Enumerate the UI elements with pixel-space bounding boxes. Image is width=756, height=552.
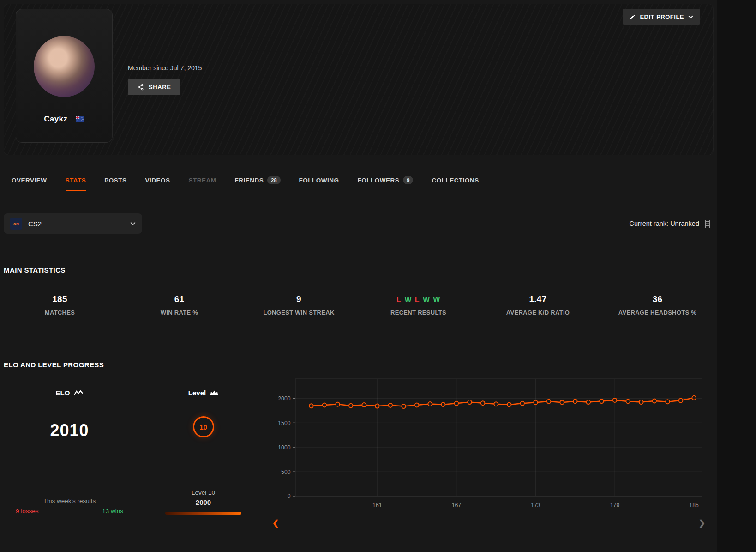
tab-label: STATS (66, 177, 86, 184)
australia-flag-icon (76, 116, 84, 122)
game-selector-value: CS2 (28, 220, 42, 228)
svg-text:179: 179 (610, 502, 620, 509)
tab-label: STREAM (189, 177, 216, 184)
tab-following[interactable]: FOLLOWING (299, 169, 339, 191)
tab-label: OVERVIEW (12, 177, 47, 184)
stat-label: MATCHES (0, 309, 120, 316)
tab-label: COLLECTIONS (432, 177, 479, 184)
elo-title: ELO (56, 389, 84, 397)
share-button[interactable]: SHARE (128, 79, 180, 95)
svg-text:173: 173 (531, 502, 540, 509)
chevron-down-icon (688, 15, 693, 18)
tab-label: VIDEOS (145, 177, 170, 184)
tab-videos[interactable]: VIDEOS (145, 169, 170, 191)
level-text: Level 10 (192, 489, 215, 496)
game-selector[interactable]: cs CS2 (4, 213, 142, 234)
tab-label: FRIENDS (235, 177, 264, 184)
level-meta: Level 10 2000 (165, 489, 241, 515)
svg-text:2000: 2000 (278, 395, 290, 402)
elo-content: ELO 2010 This week's results 9 losses 13… (0, 375, 717, 528)
tab-followers[interactable]: FOLLOWERS9 (358, 169, 414, 191)
losses-count: 9 losses (16, 508, 39, 515)
tab-badge: 28 (267, 176, 280, 184)
stat-value: 185 (0, 294, 120, 304)
wins-count: 13 wins (102, 508, 123, 515)
chevron-left-icon[interactable]: ❮ (272, 518, 279, 528)
main-statistics-title: MAIN STATISTICS (0, 266, 717, 274)
current-rank: Current rank: Unranked (629, 219, 714, 228)
stat-recent-results: LWLWW (359, 294, 478, 304)
stat-value: 9 (239, 294, 359, 304)
stats-grid: 185MATCHES61WIN RATE %9LONGEST WIN STREA… (0, 294, 717, 316)
level-block: Level 10 Level 10 2000 (135, 375, 271, 515)
stat-label: WIN RATE % (120, 309, 239, 316)
tab-stats[interactable]: STATS (66, 169, 86, 191)
profile-page: Caykz_ Member since Jul 7, 2015 SHARE (0, 0, 756, 552)
edit-profile-button[interactable]: EDIT PROFILE (623, 9, 700, 25)
member-since: Member since Jul 7, 2015 (128, 64, 202, 72)
share-label: SHARE (149, 84, 171, 91)
week-results: This week's results 9 losses 13 wins (4, 497, 135, 515)
tab-badge: 9 (403, 176, 413, 184)
stat-item: 1.47AVERAGE K/D RATIO (478, 294, 598, 316)
stat-value: 1.47 (478, 294, 598, 304)
edit-profile-label: EDIT PROFILE (640, 13, 684, 20)
week-results-label: This week's results (4, 497, 135, 504)
cs2-game-icon: cs (10, 218, 22, 230)
avatar[interactable] (34, 36, 95, 97)
svg-text:185: 185 (689, 502, 699, 509)
filter-row: cs CS2 Current rank: Unranked (0, 213, 717, 234)
elo-chart-block: 0500100015002000161167173179185 ❮ ❯ (271, 375, 717, 528)
result-loss: L (396, 296, 401, 303)
current-rank-label: Current rank: Unranked (629, 220, 699, 227)
stat-item: 61WIN RATE % (120, 294, 239, 316)
stat-item: 185MATCHES (0, 294, 120, 316)
svg-text:500: 500 (281, 468, 291, 475)
chevron-right-icon[interactable]: ❯ (699, 518, 705, 528)
elo-block: ELO 2010 This week's results 9 losses 13… (4, 375, 135, 515)
stat-label: AVERAGE HEADSHOTS % (598, 309, 717, 316)
crown-icon (210, 390, 218, 396)
stat-item: LWLWWRECENT RESULTS (359, 294, 478, 316)
tab-posts[interactable]: POSTS (104, 169, 126, 191)
stat-label: LONGEST WIN STREAK (239, 309, 359, 316)
chart-nav: ❮ ❯ (271, 514, 708, 528)
svg-text:1000: 1000 (278, 444, 290, 450)
result-loss: L (415, 296, 420, 303)
elo-level-section: ELO AND LEVEL PROGRESS ELO 2010 This wee… (0, 361, 717, 528)
tab-friends[interactable]: FRIENDS28 (235, 169, 281, 191)
tab-stream[interactable]: STREAM (189, 169, 216, 191)
svg-text:167: 167 (452, 502, 462, 509)
stat-value: 61 (120, 294, 239, 304)
skill-level-badge: 10 (193, 416, 214, 437)
stat-item: 36AVERAGE HEADSHOTS % (598, 294, 717, 316)
line-graph-icon (74, 390, 83, 396)
tab-collections[interactable]: COLLECTIONS (432, 169, 479, 191)
tab-bar: OVERVIEWSTATSPOSTSVIDEOSSTREAMFRIENDS28F… (0, 169, 717, 191)
elo-value: 2010 (50, 421, 89, 440)
username-row: Caykz_ (44, 115, 84, 124)
content: Caykz_ Member since Jul 7, 2015 SHARE (0, 4, 717, 552)
level-progress-bar (165, 512, 241, 515)
stat-label: RECENT RESULTS (359, 309, 478, 316)
share-icon (137, 84, 144, 91)
header-info: Member since Jul 7, 2015 SHARE (128, 64, 202, 95)
tab-label: POSTS (104, 177, 126, 184)
svg-text:161: 161 (372, 502, 382, 509)
username: Caykz_ (44, 115, 72, 124)
ladder-icon (704, 219, 711, 228)
avatar-card: Caykz_ (16, 9, 113, 143)
tab-label: FOLLOWERS (358, 177, 400, 184)
pencil-icon (630, 14, 636, 20)
level-label: Level (188, 389, 206, 397)
stat-item: 9LONGEST WIN STREAK (239, 294, 359, 316)
week-results-row: 9 losses 13 wins (4, 504, 135, 515)
elo-chart: 0500100015002000161167173179185 (271, 375, 708, 514)
scroll-gutter (717, 0, 756, 552)
tab-overview[interactable]: OVERVIEW (12, 169, 47, 191)
level-elo-threshold: 2000 (196, 498, 211, 506)
elo-label: ELO (56, 389, 70, 397)
main-statistics-section: MAIN STATISTICS 185MATCHES61WIN RATE %9L… (0, 266, 717, 316)
skill-level-value: 10 (199, 423, 207, 431)
result-win: W (404, 296, 411, 303)
